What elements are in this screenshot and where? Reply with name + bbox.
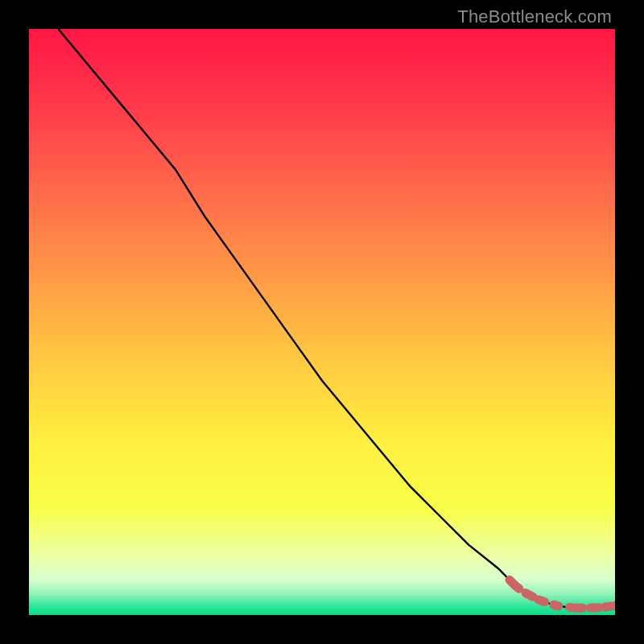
highlight-dash <box>510 580 615 608</box>
plot-area <box>29 29 615 615</box>
highlight-markers <box>510 580 615 610</box>
bottleneck-curve <box>58 29 615 608</box>
chart-overlay <box>29 29 615 615</box>
chart-frame: TheBottleneck.com <box>0 0 644 644</box>
watermark-text: TheBottleneck.com <box>457 6 612 27</box>
